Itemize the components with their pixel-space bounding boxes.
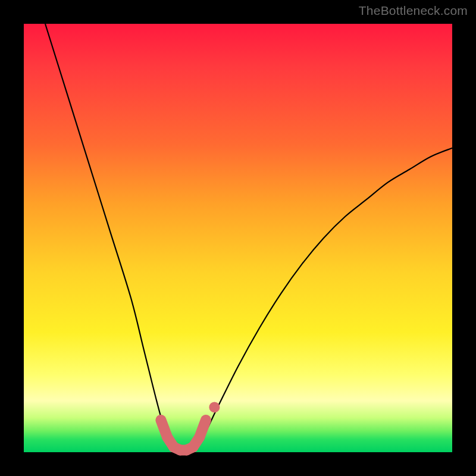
watermark-text: TheBottleneck.com (359, 4, 468, 18)
chart-frame: TheBottleneck.com (0, 0, 476, 476)
svg-point-0 (209, 402, 220, 412)
optimal-range-markers (161, 402, 220, 450)
bottleneck-curve (45, 24, 452, 452)
curve-svg (24, 24, 452, 452)
plot-area (24, 24, 452, 452)
